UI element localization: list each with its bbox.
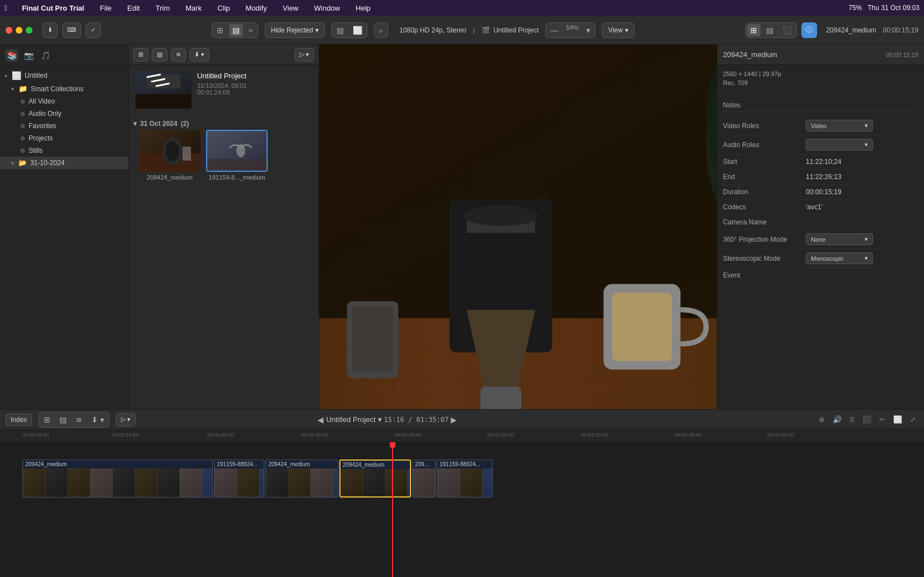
browser-select-btn[interactable]: ▷ ▾ <box>295 48 314 62</box>
tl-view-btn4[interactable]: ⬇ ▾ <box>88 414 108 426</box>
browser-toolbar-btn1[interactable]: ⊞ <box>133 48 148 62</box>
sidebar-item-untitled[interactable]: ▾ ⬜ Untitled <box>0 69 128 82</box>
zoom-in-btn[interactable]: ▾ <box>583 24 594 36</box>
timeline-clip-4[interactable]: 20942... <box>412 459 436 498</box>
stereoscopic-dropdown[interactable]: Monoscopic ▾ <box>806 252 873 264</box>
clip-0-frame-6 <box>157 468 180 497</box>
video-roles-dropdown[interactable]: Video ▾ <box>806 120 873 132</box>
maximize-button[interactable] <box>26 27 32 34</box>
date-header[interactable]: ▾ 31 Oct 2024 (2) <box>133 118 314 130</box>
menu-file[interactable]: File <box>96 3 115 13</box>
inspector-header: 209424_medium 00:00 15;19 <box>717 45 924 65</box>
tl-view-btn1[interactable]: ⊞ <box>40 414 54 426</box>
index-button[interactable]: Index <box>6 414 32 426</box>
view-button[interactable]: View ▾ <box>602 22 634 38</box>
timeline-clip-2[interactable]: 209424_medium <box>265 459 338 498</box>
timeline-clip-1[interactable]: 191159-88924... <box>214 459 264 498</box>
close-button[interactable] <box>6 27 12 34</box>
tl-prev-btn[interactable]: ◀ <box>318 415 324 424</box>
tl-audio-btn[interactable]: 🔊 <box>830 414 844 425</box>
wave-view-btn[interactable]: ≈ <box>245 24 256 36</box>
menu-window[interactable]: Window <box>311 3 343 13</box>
tl-add-btn[interactable]: ⊕ <box>816 414 827 425</box>
sidebar-photos-icon[interactable]: 📷 <box>22 49 35 62</box>
audio-roles-dropdown[interactable]: ▾ <box>806 139 873 151</box>
browser-view-btn[interactable]: ⊞ <box>747 24 760 36</box>
clip-4-frames <box>413 468 435 497</box>
camera-name-label: Camera Name <box>723 218 801 226</box>
sidebar-item-31-10-2024[interactable]: ▾ 📂 31-10-2024 <box>0 157 128 169</box>
timeline-clip-5[interactable]: 191159-88924... <box>437 459 493 498</box>
browser-toolbar-btn2[interactable]: ▤ <box>152 48 167 62</box>
dual-view-btn[interactable]: ▤ <box>763 24 777 36</box>
menu-view[interactable]: View <box>279 3 302 13</box>
menu-edit[interactable]: Edit <box>124 3 143 13</box>
search-button[interactable]: ⌕ <box>374 22 388 38</box>
ruler-mark-8: 00:02:00:00 <box>767 432 794 438</box>
clock: Thu 31 Oct 09:03 <box>867 4 920 12</box>
sidebar-item-smart-collections[interactable]: ▾ 📁 Smart Collections <box>0 82 128 95</box>
approve-button[interactable]: ✓ <box>86 22 101 38</box>
date-count: (2) <box>181 120 189 128</box>
timecode-display: 00:00:15;19 <box>883 26 918 34</box>
tl-blade-btn[interactable]: ✂ <box>877 414 888 425</box>
start-label: Start <box>723 158 801 166</box>
timeline-view-btn[interactable]: ⬛ <box>779 24 795 36</box>
inspector-button[interactable]: ⓘ <box>801 22 817 38</box>
project-thumb-image <box>136 72 192 109</box>
project-date: 31/10/2024, 09:01 <box>197 82 312 89</box>
tl-select-tool-btn[interactable]: ▷ ▾ <box>116 413 136 426</box>
timeline-toolbar-right: ⊕ 🔊 S ⬛ ✂ ⬜ ⤢ <box>816 414 918 425</box>
clip-item-1[interactable]: 191159-8..._medium <box>206 130 268 181</box>
list-view-btn[interactable]: ▤ <box>229 24 243 36</box>
tl-view-btn3[interactable]: ≋ <box>72 414 86 426</box>
date-expand-icon: ▾ <box>133 120 137 128</box>
menu-trim[interactable]: Trim <box>152 3 174 13</box>
sidebar-icon-group: 📚 📷 🎵 <box>6 49 52 62</box>
clip-0-frame-1 <box>45 468 68 497</box>
sidebar-item-favorites[interactable]: ⚙ Favorites <box>0 120 128 132</box>
library-icon: ⬜ <box>12 71 21 80</box>
browser-toolbar-btn3[interactable]: ≋ <box>171 48 186 62</box>
event-icon: 📂 <box>18 159 27 167</box>
hide-rejected-button[interactable]: Hide Rejected ▾ <box>265 22 325 38</box>
sidebar-item-stills[interactable]: ⚙ Stills <box>0 144 128 157</box>
sidebar-item-projects[interactable]: ⚙ Projects <box>0 132 128 144</box>
stereoscopic-value: Monoscopic <box>811 255 844 262</box>
clip-view-btn2[interactable]: ⬜ <box>349 24 366 36</box>
filmstrip-view-btn[interactable]: ⊞ <box>213 24 227 36</box>
clip-view-btn1[interactable]: ▤ <box>333 24 347 36</box>
tl-timeline-opts-btn[interactable]: ⬜ <box>891 414 904 425</box>
zoom-out-btn[interactable]: — <box>547 24 562 36</box>
svg-rect-23 <box>480 387 521 412</box>
menu-modify[interactable]: Modify <box>242 3 270 13</box>
ruler-mark-3: 00:00:45:00 <box>301 432 328 438</box>
minimize-button[interactable] <box>16 27 22 34</box>
keyword-button[interactable]: ⌨ <box>62 22 81 38</box>
timeline-clip-3[interactable]: 209424_medium <box>339 459 411 498</box>
clip-item-0[interactable]: 209424_medium <box>139 130 200 181</box>
menu-help[interactable]: Help <box>352 3 374 13</box>
tl-view-btn2[interactable]: ▤ <box>56 414 70 426</box>
menu-app-name[interactable]: Final Cut Pro Trial <box>18 3 87 13</box>
sidebar-item-all-video-label: All Video <box>29 97 55 105</box>
project-card[interactable]: Untitled Project 31/10/2024, 09:01 00:01… <box>133 69 314 111</box>
sidebar-item-all-video[interactable]: ⚙ All Video <box>0 95 128 107</box>
sidebar-libraries-icon[interactable]: 📚 <box>6 49 18 62</box>
clip-0-frame-2 <box>68 468 90 497</box>
tl-connect-btn[interactable]: ⬛ <box>860 414 874 425</box>
tl-next-btn[interactable]: ▶ <box>451 415 457 424</box>
timeline-clip-0[interactable]: 209424_medium <box>22 459 213 498</box>
import-button[interactable]: ⬇ <box>43 22 58 38</box>
clip-name-display: 209424_medium <box>826 26 876 34</box>
360-projection-dropdown[interactable]: None ▾ <box>806 233 873 245</box>
menu-mark[interactable]: Mark <box>182 3 205 13</box>
menu-clip[interactable]: Clip <box>214 3 233 13</box>
timeline-timecode: 15:16 / 01:35:07 <box>384 416 449 424</box>
tl-zoom-fit-btn[interactable]: ⤢ <box>908 414 918 425</box>
tl-solo-btn[interactable]: S <box>847 414 857 425</box>
sidebar-media-icon[interactable]: 🎵 <box>39 49 52 62</box>
browser-toolbar-btn4[interactable]: ⬇ ▾ <box>189 48 209 62</box>
sidebar-item-audio-only[interactable]: ⚙ Audio Only <box>0 107 128 120</box>
start-value: 11:22:10;24 <box>806 158 918 166</box>
